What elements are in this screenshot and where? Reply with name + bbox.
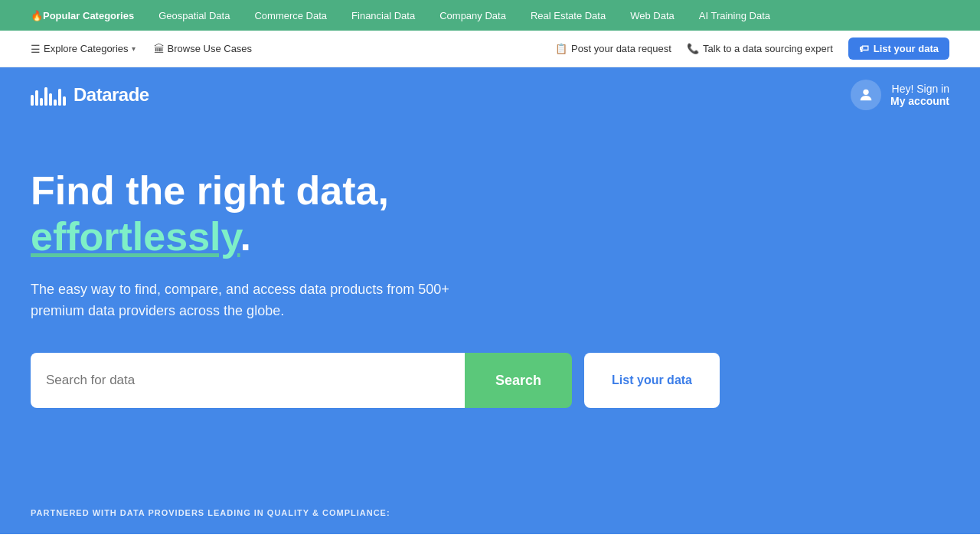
hero-title-highlight: effortlessly: [31, 214, 240, 259]
talk-to-expert-label: Talk to a data sourcing expert: [703, 43, 833, 54]
avatar: [851, 80, 881, 110]
search-container: Search List your data: [31, 353, 720, 408]
hero-section: Find the right data, effortlessly. The e…: [0, 122, 980, 490]
top-nav: 🔥Popular Categories Geospatial Data Comm…: [0, 0, 980, 31]
hero-title: Find the right data, effortlessly.: [31, 168, 567, 260]
account-text: Hey! Sign in My account: [890, 83, 949, 107]
phone-icon: 📞: [687, 43, 699, 54]
hero-subtitle: The easy way to find, compare, and acces…: [31, 279, 505, 323]
hero-title-end: .: [240, 214, 251, 259]
partner-text: PARTNERED WITH DATA PROVIDERS LEADING IN…: [31, 508, 390, 517]
secondary-nav: ☰ Explore Categories ▾ 🏛 Browse Use Case…: [0, 31, 980, 67]
talk-to-expert[interactable]: 📞 Talk to a data sourcing expert: [687, 43, 833, 54]
nav-item-real-estate[interactable]: Real Estate Data: [531, 10, 606, 21]
nav-item-popular[interactable]: 🔥Popular Categories: [31, 10, 134, 21]
header-bar: Datarade Hey! Sign in My account: [0, 67, 980, 122]
search-input-wrapper: [31, 353, 465, 408]
post-data-request[interactable]: 📋 Post your data request: [555, 43, 671, 54]
hero-title-part1: Find the right data,: [31, 168, 389, 213]
logo[interactable]: Datarade: [31, 84, 149, 106]
list-your-data-hero-button[interactable]: List your data: [584, 353, 720, 408]
nav-item-company[interactable]: Company Data: [439, 10, 506, 21]
explore-categories[interactable]: ☰ Explore Categories ▾: [31, 43, 136, 55]
account-greeting: Hey! Sign in: [890, 83, 949, 95]
nav-item-web[interactable]: Web Data: [630, 10, 675, 21]
secondary-nav-left: ☰ Explore Categories ▾ 🏛 Browse Use Case…: [31, 43, 252, 55]
building-icon: 🏛: [154, 43, 165, 55]
list-your-data-nav-button[interactable]: 🏷 List your data: [848, 37, 949, 60]
browse-use-cases[interactable]: 🏛 Browse Use Cases: [154, 43, 253, 55]
account-area[interactable]: Hey! Sign in My account: [851, 80, 949, 110]
post-data-request-label: Post your data request: [571, 43, 671, 54]
nav-item-commerce[interactable]: Commerce Data: [254, 10, 327, 21]
browse-use-cases-label: Browse Use Cases: [168, 43, 253, 54]
search-input[interactable]: [46, 373, 449, 388]
logo-icon: [31, 84, 66, 106]
grid-icon: ☰: [31, 43, 41, 55]
explore-categories-label: Explore Categories: [44, 43, 129, 54]
svg-point-0: [863, 90, 868, 95]
tag-icon: 🏷: [859, 43, 869, 54]
search-button[interactable]: Search: [465, 353, 572, 408]
secondary-nav-right: 📋 Post your data request 📞 Talk to a dat…: [555, 37, 949, 60]
list-your-data-nav-label: List your data: [874, 43, 939, 54]
partner-section: PARTNERED WITH DATA PROVIDERS LEADING IN…: [0, 490, 980, 534]
chevron-down-icon: ▾: [132, 44, 136, 53]
logo-text: Datarade: [74, 84, 149, 106]
nav-item-ai-training[interactable]: AI Training Data: [699, 10, 770, 21]
clipboard-icon: 📋: [555, 43, 567, 54]
nav-item-geospatial[interactable]: Geospatial Data: [158, 10, 230, 21]
nav-item-financial[interactable]: Financial Data: [351, 10, 415, 21]
account-my-account[interactable]: My account: [890, 95, 949, 107]
